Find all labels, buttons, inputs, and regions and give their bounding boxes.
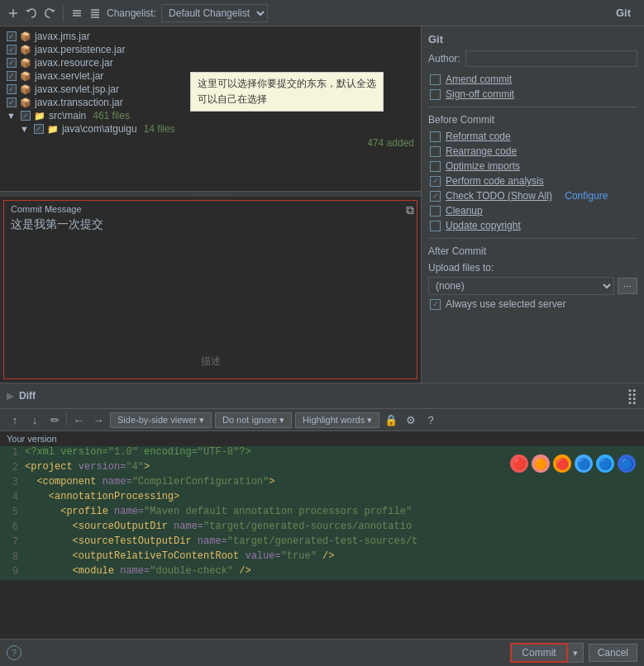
rearrange-label[interactable]: Rearrange code — [446, 145, 517, 157]
configure-link[interactable]: Configure — [565, 190, 608, 202]
opera-icon[interactable]: 🔴 — [553, 454, 571, 473]
todo-label[interactable]: Check TODO (Show All) — [446, 190, 552, 202]
jar-icon: 📦 — [20, 71, 31, 82]
commit-button[interactable]: Commit — [510, 643, 567, 663]
changelist-select[interactable]: Default Changelist — [161, 4, 268, 22]
expand-icon[interactable]: ▶ — [7, 390, 14, 402]
file-name-resource: javax.resource.jar — [35, 57, 113, 69]
author-input[interactable] — [465, 50, 637, 67]
jar-icon: 📦 — [20, 58, 31, 69]
upload-select[interactable]: (none) — [428, 277, 614, 295]
diff-content: Your version 🔴 🟠 🔴 🔵 🔵 🔵 1 <?xml version… — [0, 431, 644, 639]
todo-row: Check TODO (Show All) Configure — [428, 190, 637, 202]
git-label: Git — [616, 7, 637, 19]
file-checkbox-jms[interactable] — [7, 31, 17, 41]
diff-prev-button[interactable]: ↑ — [7, 411, 23, 428]
bottom-bar: ? Commit ▾ Cancel — [0, 639, 644, 666]
add-icon[interactable] — [7, 7, 20, 20]
list-item: 📦 javax.persistence.jar — [0, 43, 421, 56]
signoff-row: Sign-off commit — [428, 88, 637, 100]
file-checkbox-resource[interactable] — [7, 58, 17, 68]
diff-area: ▶ Diff ⣿ ↑ ↓ ✏ ← → Side-by-side viewer ▾… — [0, 383, 644, 639]
list-item: 📦 javax.resource.jar — [0, 56, 421, 69]
cleanup-checkbox[interactable] — [430, 206, 441, 216]
rearrange-checkbox[interactable] — [430, 146, 441, 157]
file-name-jms: javax.jms.jar — [35, 31, 90, 42]
line-content-5: <profile name="Maven default annotation … — [25, 506, 644, 517]
sep2 — [428, 107, 637, 107]
diff-forward-button[interactable]: → — [90, 411, 107, 428]
signoff-checkbox[interactable] — [430, 89, 441, 100]
edge-icon[interactable]: 🔵 — [575, 454, 593, 473]
commit-message-box: Commit Message 这是我第一次提交 描述 — [3, 200, 417, 379]
highlight-select-button[interactable]: Highlight words ▾ — [295, 412, 379, 428]
reformat-checkbox[interactable] — [430, 131, 441, 142]
file-checkbox-persistence[interactable] — [7, 45, 17, 55]
analysis-label[interactable]: Perform code analysis — [446, 175, 544, 187]
browser-icons: 🔴 🟠 🔴 🔵 🔵 🔵 — [510, 454, 636, 473]
list-icon[interactable] — [70, 7, 83, 20]
redo-icon[interactable] — [43, 7, 56, 20]
copyright-label[interactable]: Update copyright — [446, 220, 521, 231]
file-name-servlet-jsp: javax.servlet.jsp.jar — [35, 83, 119, 95]
tooltip-line2: 可以自己在选择 — [198, 92, 376, 107]
file-checkbox-transaction[interactable] — [7, 98, 17, 107]
highlight-arrow: ▾ — [367, 415, 372, 426]
list2-icon[interactable] — [88, 7, 102, 20]
firefox-icon[interactable]: 🟠 — [532, 454, 550, 473]
diff-back-button[interactable]: ← — [70, 411, 87, 428]
always-row: Always use selected server — [428, 298, 637, 310]
jar-icon: 📦 — [20, 31, 31, 42]
todo-checkbox[interactable] — [430, 191, 441, 202]
cancel-button[interactable]: Cancel — [589, 644, 637, 662]
signoff-label[interactable]: Sign-off commit — [446, 88, 514, 100]
amend-label[interactable]: Amend commit — [446, 74, 512, 85]
edge2-icon[interactable]: 🔵 — [618, 454, 636, 473]
always-label: Always use selected server — [446, 298, 565, 310]
diff-next-button[interactable]: ↓ — [26, 411, 43, 428]
file-name-persistence: javax.persistence.jar — [35, 44, 125, 55]
line-num-7: 7 — [0, 535, 25, 547]
viewer-select-button[interactable]: Side-by-side viewer ▾ — [110, 412, 212, 428]
diff-edit-button[interactable]: ✏ — [46, 411, 63, 428]
ie-icon[interactable]: 🔵 — [596, 454, 614, 473]
undo-icon[interactable] — [25, 7, 38, 20]
highlight-label: Highlight words — [303, 415, 365, 425]
analysis-checkbox[interactable] — [430, 176, 441, 187]
line-num-6: 6 — [0, 521, 25, 532]
viewer-arrow: ▾ — [199, 415, 204, 426]
file-checkbox-servlet-jsp[interactable] — [7, 84, 17, 94]
optimize-label[interactable]: Optimize imports — [446, 160, 520, 172]
chrome-icon[interactable]: 🔴 — [510, 454, 528, 473]
file-checkbox-servlet[interactable] — [7, 71, 17, 81]
commit-description: 描述 — [11, 348, 410, 375]
list-item: ▼ 📁 java\com\atguigu 14 files — [0, 122, 421, 136]
help-button[interactable]: ? — [7, 645, 21, 660]
before-commit-heading: Before Commit — [428, 114, 637, 126]
diff-label: Diff — [19, 390, 36, 402]
line-content-6: <sourceOutputDir name="target/generated-… — [25, 521, 644, 532]
copy-icon[interactable]: ⧉ — [406, 203, 414, 217]
optimize-checkbox[interactable] — [430, 161, 441, 172]
line-num-3: 3 — [0, 476, 25, 488]
file-checkbox-srcmain[interactable] — [21, 111, 31, 121]
resize-icon[interactable]: ⣿ — [627, 387, 637, 405]
amend-checkbox[interactable] — [430, 74, 441, 85]
cleanup-label[interactable]: Cleanup — [446, 205, 483, 216]
folder-count: 461 files — [93, 110, 130, 121]
line-num-5: 5 — [0, 506, 25, 517]
diff-lock-button[interactable]: 🔒 — [383, 411, 399, 428]
diff-settings-button[interactable]: ⚙ — [403, 411, 419, 428]
cleanup-row: Cleanup — [428, 205, 637, 216]
copyright-checkbox[interactable] — [430, 221, 441, 231]
diff-help-button[interactable]: ? — [422, 411, 439, 428]
reformat-label[interactable]: Reformat code — [446, 131, 511, 142]
file-checkbox-atguigu[interactable] — [34, 124, 44, 134]
commit-dropdown-button[interactable]: ▾ — [568, 643, 584, 663]
upload-settings-button[interactable]: ··· — [618, 278, 637, 294]
tooltip: 这里可以选择你要提交的东东，默认全选 可以自己在选择 — [190, 72, 384, 112]
commit-message-text[interactable]: 这是我第一次提交 — [11, 217, 410, 348]
ignore-select-button[interactable]: Do not ignore ▾ — [215, 412, 292, 428]
line-content-9: <module name="double-check" /> — [25, 565, 644, 577]
always-checkbox[interactable] — [430, 299, 441, 310]
